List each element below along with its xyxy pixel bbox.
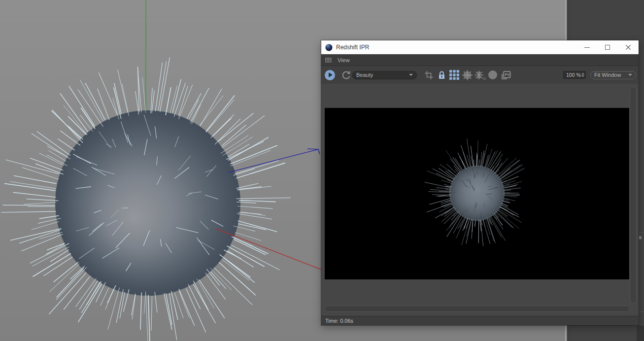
window-controls	[576, 40, 639, 54]
close-icon	[625, 44, 631, 50]
window-title: Redshift IPR	[336, 44, 369, 51]
crop-region-button[interactable]	[422, 68, 435, 81]
zoom-level-value: 100 %	[566, 72, 581, 78]
close-button[interactable]	[618, 40, 639, 54]
fit-mode-dropdown[interactable]: Fit Window	[590, 71, 636, 79]
crop-icon	[424, 70, 434, 80]
snowflake-g-icon: G	[475, 70, 486, 80]
start-ipr-button[interactable]	[325, 70, 335, 80]
ipr-content-area	[321, 84, 639, 316]
spinner-up-icon[interactable]	[581, 73, 584, 74]
vertical-scrollbar[interactable]	[630, 87, 637, 304]
lock-icon	[438, 70, 446, 80]
zoom-level-spinner[interactable]: 100 %	[563, 71, 586, 79]
sample-circle-button[interactable]	[486, 68, 499, 81]
spinner-arrows	[581, 73, 584, 77]
restart-render-button[interactable]	[339, 68, 352, 81]
minimize-button[interactable]	[576, 40, 597, 54]
circle-icon	[488, 70, 498, 80]
picture-viewer-button[interactable]: PV	[499, 68, 512, 81]
grid-icon	[449, 70, 459, 80]
horizontal-scrollbar[interactable]	[325, 306, 630, 312]
toolbar-right-group: 100 % Fit Window	[563, 71, 636, 79]
lock-button[interactable]	[435, 68, 448, 81]
snowflake-icon	[462, 70, 473, 80]
svg-text:PV: PV	[505, 72, 509, 77]
screen: ta Redshift IPR	[0, 0, 644, 341]
ipr-statusbar: Time: 0.06s	[321, 316, 639, 325]
freeze-gi-button[interactable]: G	[474, 68, 486, 81]
freeze-button[interactable]	[461, 68, 474, 81]
render-mode-dropdown[interactable]: Beauty	[352, 71, 417, 79]
render-time-label: Time: 0.06s	[325, 318, 353, 324]
render-view-canvas[interactable]	[325, 108, 629, 279]
spinner-down-icon[interactable]	[581, 75, 584, 77]
chevron-down-icon	[628, 74, 632, 76]
rendered-urchin-image	[325, 108, 629, 279]
fit-mode-value: Fit Window	[594, 72, 621, 78]
svg-text:G: G	[483, 76, 486, 80]
redshift-logo-icon	[325, 44, 333, 51]
menu-view[interactable]: View	[338, 57, 350, 63]
window-titlebar[interactable]: Redshift IPR	[321, 40, 639, 54]
play-icon	[329, 72, 333, 77]
panel-footer	[637, 326, 644, 341]
picture-viewer-icon: PV	[500, 70, 511, 80]
ipr-toolbar: Beauty	[321, 66, 639, 84]
render-mode-value: Beauty	[356, 72, 373, 78]
window-menubar: View	[321, 54, 639, 66]
menu-grip-handle[interactable]	[325, 58, 332, 63]
minimize-icon	[584, 47, 590, 48]
bucket-grid-button[interactable]	[448, 68, 461, 81]
maximize-icon	[605, 45, 610, 50]
refresh-icon	[341, 70, 351, 80]
maximize-button[interactable]	[597, 40, 618, 54]
redshift-ipr-window: Redshift IPR View	[321, 40, 639, 325]
chevron-down-icon	[409, 74, 413, 76]
